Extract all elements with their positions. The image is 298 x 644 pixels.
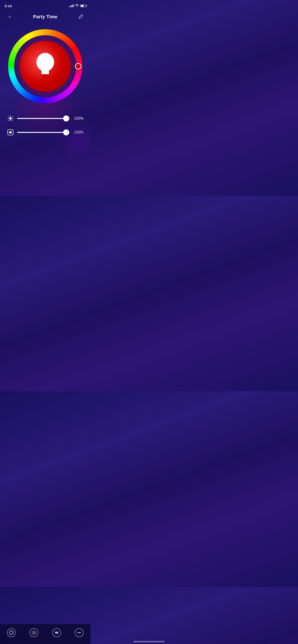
page-title: Party Time [33, 14, 58, 20]
edit-button[interactable] [77, 12, 85, 21]
color-temp-slider[interactable] [17, 132, 70, 133]
svg-line-11 [12, 116, 13, 117]
status-icons [69, 4, 86, 8]
back-arrow-icon: ‹ [9, 14, 11, 20]
svg-line-9 [8, 116, 9, 117]
signal-icon [69, 4, 74, 7]
color-preview-circle[interactable] [20, 41, 71, 92]
brightness-slider-row: 100% [7, 115, 84, 122]
color-temp-slider-row: 100% [7, 129, 84, 136]
wifi-icon [75, 4, 79, 8]
color-wheel-section[interactable] [0, 24, 91, 110]
svg-point-14 [9, 131, 12, 134]
bulb-svg [35, 52, 56, 80]
battery-icon [80, 4, 86, 7]
color-temp-track [17, 132, 70, 133]
brightness-thumb[interactable] [63, 116, 69, 122]
edit-icon [78, 14, 83, 19]
color-temp-thumb[interactable] [63, 129, 69, 136]
back-button[interactable]: ‹ [6, 12, 14, 21]
light-bulb-icon [35, 52, 56, 80]
svg-line-10 [12, 120, 13, 120]
color-selector-dot[interactable] [75, 63, 82, 70]
sliders-section: 100% 100% [0, 110, 91, 143]
svg-point-0 [37, 53, 54, 72]
brightness-icon [7, 115, 14, 122]
header: ‹ Party Time [0, 10, 91, 24]
status-bar: 5:14 [0, 0, 91, 10]
brightness-value: 100% [73, 116, 84, 120]
brightness-fill [17, 118, 66, 119]
color-temp-icon [7, 129, 14, 136]
brightness-slider[interactable] [17, 118, 70, 119]
svg-line-12 [8, 120, 9, 120]
color-temp-value: 100% [73, 130, 84, 134]
svg-rect-3 [42, 76, 49, 78]
brightness-track [17, 118, 70, 119]
svg-rect-1 [42, 70, 49, 74]
color-wheel[interactable] [8, 29, 82, 104]
svg-rect-2 [41, 75, 50, 76]
status-time: 5:14 [5, 4, 12, 8]
color-temp-fill [17, 132, 66, 133]
svg-point-4 [9, 117, 12, 120]
